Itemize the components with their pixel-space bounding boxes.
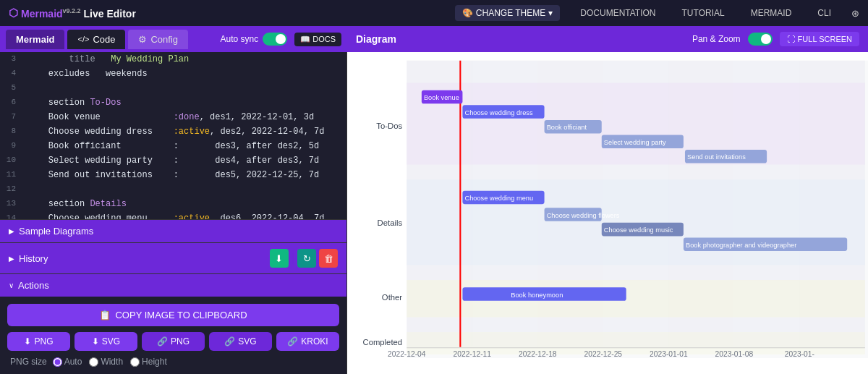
section-todos-label: To-Dos [376, 122, 402, 130]
copy-image-button[interactable]: 📋 COPY IMAGE TO CLIPBOARD [7, 304, 339, 326]
code-line: 9 Book officiant : des3, after des2, 5d [0, 139, 346, 153]
change-theme-button[interactable]: 🎨 CHANGE THEME ▾ [455, 5, 560, 21]
png-size-row: PNG size Auto Width [7, 357, 339, 367]
brand: ⬡ Mermaidv9.2.2 Live Editor [9, 7, 136, 20]
tabbar: Mermaid </> Code ⚙ Config Auto sync 📖 DO… [0, 26, 347, 52]
tabbar-left: Mermaid </> Code ⚙ Config [6, 30, 188, 49]
copy-icon: 📋 [99, 310, 111, 320]
bar-photographer-label: Book photographer and videographer [686, 242, 796, 249]
copy-png-icon: 🔗 [157, 336, 168, 347]
sample-diagrams-section: ▶ Sample Diagrams [0, 219, 346, 242]
autosync-toggle: Auto sync [221, 33, 288, 46]
code-line: 11 Send out invitations : des5, 2022-12-… [0, 168, 346, 182]
github-icon: ⊛ [851, 8, 859, 19]
pan-zoom-label: Pan & Zoom [692, 34, 741, 44]
radio-width[interactable]: Width [89, 357, 123, 367]
config-tab-label: Config [150, 34, 178, 45]
diagram-tabbar: Diagram Pan & Zoom ⛶ FULL SCREEN [347, 26, 868, 52]
tutorial-button[interactable]: TUTORIAL [676, 5, 731, 21]
radio-height-input[interactable] [130, 357, 140, 367]
bar-wedding-dress-label: Choose wedding dress [465, 109, 533, 116]
history-delete-btn[interactable]: 🗑 [319, 249, 338, 268]
tab-mermaid[interactable]: Mermaid [6, 30, 64, 49]
navbar: ⬡ Mermaidv9.2.2 Live Editor 🎨 CHANGE THE… [0, 0, 868, 26]
date-label-7: 2023-01- [785, 350, 814, 358]
date-label-1: 2022-12-04 [388, 350, 426, 358]
history-arrow: ▶ [9, 255, 14, 263]
navbar-actions: 🎨 CHANGE THEME ▾ DOCUMENTATION TUTORIAL … [455, 5, 859, 21]
download-svg-icon: ⬇ [92, 336, 99, 347]
bottom-panels: ▶ Sample Diagrams ▶ History ⬇ | ↻ 🗑 [0, 219, 346, 374]
kroki-button[interactable]: 🔗 KROKI [276, 332, 339, 351]
copy-svg-icon: 🔗 [224, 336, 235, 347]
svg-rect-8 [407, 83, 865, 165]
copy-png-button[interactable]: 🔗 PNG [142, 332, 205, 351]
download-row: ⬇ PNG ⬇ SVG 🔗 PNG 🔗 SV [7, 332, 339, 351]
autosync-switch[interactable] [263, 33, 287, 46]
png-size-label: PNG size [10, 357, 47, 367]
tab-config[interactable]: ⚙ Config [128, 30, 188, 49]
cli-button[interactable]: CLI [812, 5, 837, 21]
radio-width-input[interactable] [89, 357, 98, 367]
left-panel: 3 title My Wedding Plan4 excludes weeken… [0, 52, 347, 374]
section-completed-label: Completed [362, 338, 402, 347]
code-icon: </> [77, 35, 89, 43]
mermaid-logo: ⬡ [9, 7, 18, 20]
radio-auto[interactable]: Auto [53, 357, 82, 367]
tab-code[interactable]: </> Code [67, 30, 125, 49]
history-actions: ⬇ | ↻ 🗑 [270, 249, 338, 268]
code-line: 5 [0, 81, 346, 95]
download-png-icon: ⬇ [24, 336, 31, 347]
mermaid-button[interactable]: MERMAID [745, 5, 798, 21]
actions-arrow: ∨ [9, 281, 14, 289]
history-header[interactable]: ▶ History ⬇ | ↻ 🗑 [0, 243, 346, 273]
brand-live-editor: Live Editor [84, 7, 136, 19]
documentation-button[interactable]: DOCUMENTATION [574, 5, 661, 21]
date-label-2: 2022-12-11 [454, 350, 492, 358]
sample-diagrams-header[interactable]: ▶ Sample Diagrams [0, 220, 346, 242]
fullscreen-button[interactable]: ⛶ FULL SCREEN [780, 32, 859, 46]
brand-name: Mermaidv9.2.2 Live Editor [21, 7, 136, 20]
actions-label: Actions [18, 280, 49, 291]
code-line: 13 section Details [0, 197, 346, 211]
sample-diagrams-label: Sample Diagrams [19, 226, 93, 237]
bar-wedding-flowers-label: Choose wedding flowers [547, 212, 620, 219]
bar-honeymoon-label: Book honeymoon [511, 292, 563, 299]
bar-wedding-party-label: Select wedding party [604, 139, 666, 146]
history-section: ▶ History ⬇ | ↻ 🗑 [0, 242, 346, 273]
date-label-3: 2022-12-18 [519, 350, 557, 358]
code-tab-label: Code [93, 34, 115, 45]
history-restore-btn[interactable]: ↻ [297, 249, 316, 268]
docs-badge[interactable]: 📖 DOCS [294, 33, 341, 46]
fullscreen-icon: ⛶ [787, 35, 795, 43]
main-layout: 3 title My Wedding Plan4 excludes weeken… [0, 52, 868, 374]
bar-book-venue-label: Book venue [424, 94, 459, 101]
code-line: 10 Select wedding party : des4, after de… [0, 153, 346, 168]
pan-zoom-switch[interactable] [748, 33, 773, 46]
bar-wedding-menu-label: Choose wedding menu [465, 195, 534, 202]
actions-section: ∨ Actions 📋 COPY IMAGE TO CLIPBOARD ⬇ PN… [0, 273, 346, 374]
date-label-4: 2022-12-25 [584, 350, 623, 358]
download-svg-button[interactable]: ⬇ SVG [75, 332, 137, 351]
date-label-5: 2023-01-01 [650, 350, 688, 358]
separator: | [292, 252, 294, 265]
brand-version: v9.2.2 [63, 7, 81, 14]
actions-header[interactable]: ∨ Actions [0, 274, 346, 297]
tabbar-right: Auto sync 📖 DOCS [221, 33, 341, 46]
radio-auto-input[interactable] [53, 357, 62, 367]
code-line: 8 Choose wedding dress :active, des2, 20… [0, 124, 346, 139]
history-download-btn[interactable]: ⬇ [270, 249, 289, 268]
radio-height[interactable]: Height [130, 357, 167, 367]
code-line: 7 Book venue :done, des1, 2022-12-01, 3d [0, 110, 346, 124]
right-panel: To-Dos Details Other Completed Book venu… [347, 52, 868, 374]
sample-diagrams-arrow: ▶ [9, 227, 14, 235]
download-png-button[interactable]: ⬇ PNG [7, 332, 70, 351]
code-editor[interactable]: 3 title My Wedding Plan4 excludes weeken… [0, 52, 346, 219]
gantt-svg: To-Dos Details Other Completed Book venu… [347, 52, 868, 374]
book-icon: 📖 [300, 35, 310, 44]
copy-svg-button[interactable]: 🔗 SVG [209, 332, 272, 351]
date-label-6: 2023-01-08 [715, 350, 754, 358]
section-other-label: Other [382, 293, 402, 302]
autosync-label: Auto sync [221, 34, 259, 44]
code-line: 12 [0, 182, 346, 197]
